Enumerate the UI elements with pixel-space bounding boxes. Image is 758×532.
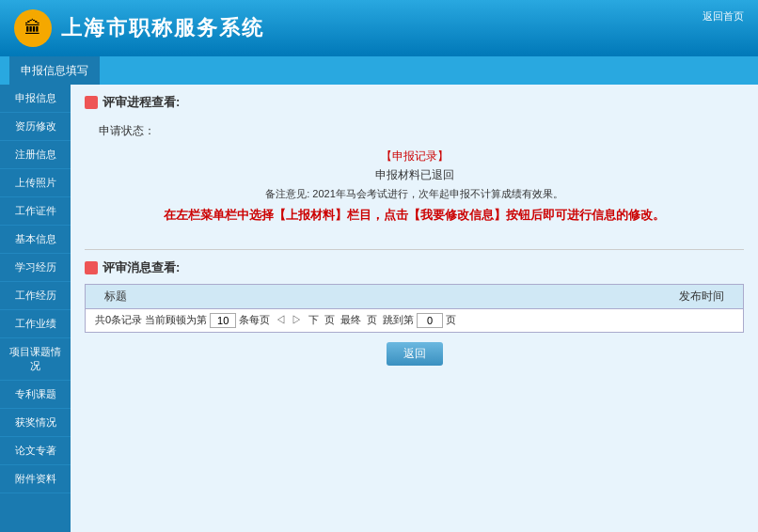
back-button[interactable]: 返回 bbox=[387, 342, 443, 366]
news-section-title: 评审消息查看: bbox=[85, 259, 744, 276]
pagination-prefix: 共0条记录 当前顾顿为第 bbox=[95, 313, 207, 327]
header: 🏛 上海市职称服务系统 返回首页 bbox=[0, 0, 758, 56]
page-size-input[interactable] bbox=[210, 313, 236, 328]
nav-bar: 申报信息填写 bbox=[0, 56, 758, 85]
review-section: 评审进程查看: 申请状态： 【申报记录】 申报材料已退回 备注意见: 2021年… bbox=[85, 94, 744, 235]
pagination-suffix: 页 bbox=[446, 313, 456, 327]
sidebar-item-shenbaoxinxi[interactable]: 申报信息 bbox=[0, 85, 71, 113]
pagination-area: 共0条记录 当前顾顿为第 条每页 ◁ ▷ 下 页 最终 页 跳到第 页 bbox=[85, 309, 744, 333]
col-date: 发布时间 bbox=[679, 289, 724, 305]
sidebar-item-huojiangqingkuang[interactable]: 获奖情况 bbox=[0, 409, 71, 437]
content-area: 评审进程查看: 申请状态： 【申报记录】 申报材料已退回 备注意见: 2021年… bbox=[71, 85, 758, 532]
sidebar-item-zilixiugai[interactable]: 资历修改 bbox=[0, 113, 71, 141]
app-title: 上海市职称服务系统 bbox=[61, 14, 264, 42]
nav-item-declaration[interactable]: 申报信息填写 bbox=[9, 56, 101, 85]
sidebar-item-gongzuoyeji[interactable]: 工作业绩 bbox=[0, 310, 71, 338]
notice-text: 备注意见: 2021年马会考试进行，次年起申报不计算成绩有效果。 bbox=[99, 187, 730, 201]
sidebar-item-zhuanlitiketi[interactable]: 专利课题 bbox=[0, 381, 71, 409]
sidebar-item-zhucexinxi[interactable]: 注册信息 bbox=[0, 141, 71, 169]
news-icon bbox=[85, 261, 98, 274]
sidebar: 申报信息 资历修改 注册信息 上传照片 工作证件 基本信息 学习经历 工作经历 … bbox=[0, 85, 71, 532]
status-label: 申请状态： bbox=[99, 123, 730, 139]
sidebar-item-gongzuozhengjian[interactable]: 工作证件 bbox=[0, 197, 71, 226]
sidebar-item-gongzuojingli[interactable]: 工作经历 bbox=[0, 282, 71, 310]
sidebar-item-xiangmuketi[interactable]: 项目课题情况 bbox=[0, 338, 71, 381]
col-title: 标题 bbox=[104, 289, 127, 305]
submitted-text: 申报材料已退回 bbox=[99, 167, 730, 183]
home-link[interactable]: 返回首页 bbox=[703, 9, 744, 23]
status-area: 申请状态： 【申报记录】 申报材料已退回 备注意见: 2021年马会考试进行，次… bbox=[85, 118, 744, 235]
table-header: 标题 发布时间 bbox=[85, 284, 744, 309]
sidebar-item-xuexijingli[interactable]: 学习经历 bbox=[0, 254, 71, 282]
jump-page-input[interactable] bbox=[417, 313, 443, 328]
news-section: 评审消息查看: 标题 发布时间 共0条记录 当前顾顿为第 条每页 ◁ ▷ 下 页… bbox=[85, 259, 744, 366]
sidebar-item-shangchuanzhaopian[interactable]: 上传照片 bbox=[0, 169, 71, 197]
sidebar-item-jibenshinxi[interactable]: 基本信息 bbox=[0, 226, 71, 254]
sidebar-item-lunwenzhuanzhu[interactable]: 论文专著 bbox=[0, 437, 71, 465]
main-layout: 申报信息 资历修改 注册信息 上传照片 工作证件 基本信息 学习经历 工作经历 … bbox=[0, 85, 758, 532]
divider bbox=[85, 249, 744, 250]
sidebar-item-fujianziliao[interactable]: 附件资料 bbox=[0, 465, 71, 493]
logo-icon: 🏛 bbox=[14, 9, 52, 47]
pagination-middle: 条每页 ◁ ▷ 下 页 最终 页 跳到第 bbox=[239, 313, 414, 327]
application-record-link[interactable]: 【申报记录】 bbox=[99, 149, 730, 164]
review-section-title: 评审进程查看: bbox=[85, 94, 744, 111]
instruction-text: 在左栏菜单栏中选择【上报材料】栏目，点击【我要修改信息】按钮后即可进行信息的修改… bbox=[99, 206, 730, 226]
review-icon bbox=[85, 96, 98, 109]
